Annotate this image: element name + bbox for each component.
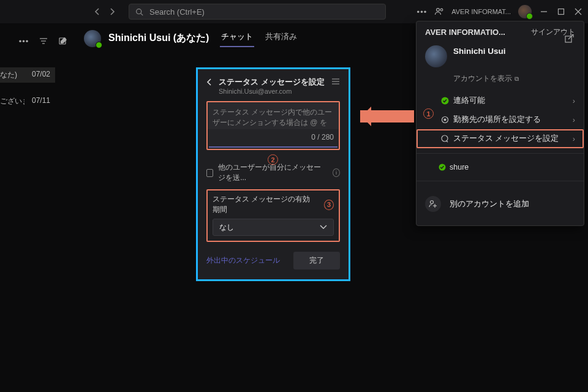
duration-select[interactable]: なし <box>213 219 334 236</box>
svg-rect-5 <box>559 9 564 15</box>
dialog-more-icon[interactable] <box>331 77 340 85</box>
add-account-icon <box>425 196 441 212</box>
nav-arrows <box>94 8 121 15</box>
available-icon <box>437 164 447 171</box>
separator <box>417 181 584 181</box>
chevron-right-icon: › <box>573 97 575 105</box>
svg-point-0 <box>137 9 141 13</box>
notify-checkbox[interactable] <box>206 169 213 177</box>
done-button[interactable]: 完了 <box>293 252 340 270</box>
show-account-link[interactable]: アカウントを表示 ⧉ <box>417 71 584 91</box>
account-user: Shinichi Usui <box>417 40 584 71</box>
duration-label: ステータス メッセージの有効期間 <box>213 194 315 215</box>
dialog-email: Shinichi.Usui@aver.com <box>219 88 325 95</box>
status-textarea[interactable] <box>208 102 339 129</box>
popout-icon[interactable] <box>565 34 575 44</box>
account-panel: AVER INFORMATIO... サインアウト Shinichi Usui … <box>416 21 584 226</box>
avatar <box>84 30 101 47</box>
add-account[interactable]: 別のアカウントを追加 <box>417 186 584 222</box>
duration-group: ステータス メッセージの有効期間 3 なし <box>206 189 340 242</box>
search-placeholder: Search (Ctrl+E) <box>149 7 205 17</box>
close-icon[interactable] <box>573 7 583 17</box>
svg-point-15 <box>444 119 446 121</box>
separator <box>417 153 584 154</box>
more-icon[interactable]: ••• <box>18 36 29 47</box>
maximize-icon[interactable] <box>556 7 566 17</box>
compose-icon[interactable] <box>58 36 69 47</box>
notify-checkbox-row: 他のユーザーが自分にメッセージを送... i <box>206 162 340 183</box>
chat-item[interactable]: ございます 07/11 <box>0 94 55 109</box>
org-short: AVER INFORMAT... <box>451 8 511 15</box>
menu-location[interactable]: 勤務先の場所を設定する › <box>417 110 584 129</box>
notify-label: 他のユーザーが自分にメッセージを送... <box>218 162 328 183</box>
search-input[interactable]: Search (Ctrl+E) <box>129 4 386 20</box>
nav-fwd-icon[interactable] <box>109 8 121 15</box>
menu-status-message[interactable]: ステータス メッセージを設定 › <box>417 129 584 148</box>
external-icon: ⧉ <box>514 75 519 83</box>
account-name: Shinichi Usui <box>453 45 506 67</box>
ellipsis-icon[interactable]: ••• <box>417 7 428 17</box>
avatar-mini[interactable] <box>518 5 532 18</box>
tabs: チャット 共有済み <box>220 29 298 47</box>
dialog-title: ステータス メッセージを設定 <box>219 77 325 88</box>
svg-point-16 <box>442 135 448 141</box>
chat-list-fragment: なた) 07/02 ございます 07/11 <box>0 67 55 109</box>
svg-line-1 <box>141 13 143 15</box>
other-org[interactable]: shure <box>417 159 584 176</box>
info-icon[interactable]: i <box>333 168 340 177</box>
chevron-right-icon: › <box>573 135 575 143</box>
left-controls: ••• <box>18 36 69 47</box>
svg-point-3 <box>440 9 443 11</box>
available-icon <box>440 97 450 105</box>
focus-underline <box>209 146 337 148</box>
chat-item[interactable]: なた) 07/02 <box>0 67 55 83</box>
tab-shared[interactable]: 共有済み <box>264 29 298 47</box>
message-icon <box>440 135 450 143</box>
svg-point-18 <box>431 201 434 204</box>
location-icon <box>440 116 450 124</box>
titlebar: Search (Ctrl+E) ••• AVER INFORMAT... <box>0 0 588 23</box>
people-icon[interactable] <box>434 7 444 17</box>
callout-1: 1 <box>423 108 434 119</box>
menu-availability[interactable]: 連絡可能 › <box>417 91 584 110</box>
callout-2: 2 <box>268 154 278 165</box>
back-icon[interactable] <box>206 77 213 86</box>
filter-icon[interactable] <box>38 36 49 47</box>
avatar-large <box>425 45 447 67</box>
minimize-icon[interactable] <box>539 7 549 17</box>
status-message-dialog: ステータス メッセージを設定 Shinichi.Usui@aver.com 0 … <box>196 67 350 281</box>
chat-header: Shinichi Usui (あなた) チャット 共有済み <box>84 29 298 47</box>
callout-3: 3 <box>324 200 334 210</box>
chat-title: Shinichi Usui (あなた) <box>108 32 209 45</box>
char-counter: 0 / 280 <box>208 129 339 146</box>
tray: ••• AVER INFORMAT... <box>417 5 583 18</box>
chevron-down-icon <box>320 225 327 230</box>
status-textarea-wrap: 0 / 280 <box>206 101 340 150</box>
svg-point-2 <box>437 9 440 12</box>
callout-arrow <box>360 110 414 123</box>
account-org: AVER INFORMATIO... <box>425 28 505 37</box>
nav-back-icon[interactable] <box>94 8 107 15</box>
out-of-office-link[interactable]: 外出中のスケジュール <box>206 255 280 266</box>
search-icon <box>135 8 143 16</box>
chevron-right-icon: › <box>573 116 575 124</box>
tab-chat[interactable]: チャット <box>220 29 254 47</box>
